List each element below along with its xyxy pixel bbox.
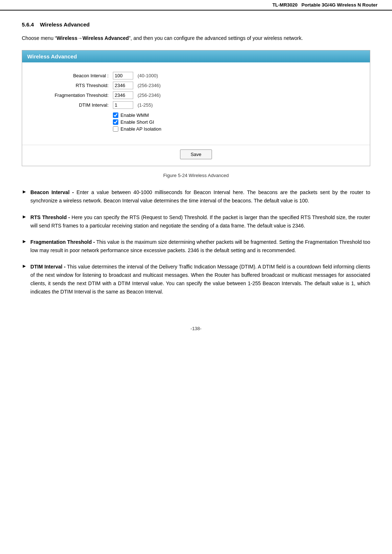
dtim-interval-input[interactable] <box>113 101 133 109</box>
rts-threshold-input[interactable] <box>113 82 133 89</box>
separator-row: Enable WMM Enable Short GI Enable AP Iso… <box>33 111 359 132</box>
rts-threshold-range: (256-2346) <box>138 83 161 88</box>
bullet-term-4: DTIM Interval - <box>30 264 66 270</box>
bullet-list: ► Beacon Interval - Enter a value betwee… <box>22 188 370 296</box>
enable-short-gi-row: Enable Short GI <box>113 119 359 125</box>
bullet-term-2: RTS Threshold - <box>30 214 70 220</box>
wa-box-header-text: Wireless Advanced <box>27 53 77 59</box>
bullet-text-1: Beacon Interval - Enter a value between … <box>30 188 370 205</box>
wa-form: Beacon Interval : (40-1000) RTS Threshol… <box>33 70 359 134</box>
wa-footer: Save <box>22 145 370 166</box>
page-number: -138- <box>0 319 392 335</box>
bullet-term-3: Fragmentation Threshold - <box>30 239 95 245</box>
enable-ap-isolation-label: Enable AP Isolation <box>121 126 162 132</box>
frag-threshold-label: Fragmentation Threshold: <box>33 91 113 99</box>
bullet-arrow-1: ► <box>22 189 27 194</box>
bullet-beacon-interval: ► Beacon Interval - Enter a value betwee… <box>22 188 370 205</box>
beacon-interval-range: (40-1000) <box>138 73 158 78</box>
bullet-arrow-3: ► <box>22 238 27 244</box>
wireless-advanced-box: Wireless Advanced Beacon Interval : (40-… <box>22 50 370 166</box>
bullet-text-4: DTIM Interval - This value determines th… <box>30 263 370 296</box>
page-header: TL-MR3020 Portable 3G/4G Wireless N Rout… <box>0 0 392 11</box>
enable-ap-isolation-checkbox[interactable] <box>113 126 118 132</box>
rts-threshold-label: RTS Threshold: <box>33 82 113 89</box>
frag-threshold-row: Fragmentation Threshold: (256-2346) <box>33 91 359 99</box>
subtitle: Portable 3G/4G Wireless N Router <box>302 2 377 8</box>
intro-paragraph: Choose menu “Wireless→Wireless Advanced”… <box>22 34 370 42</box>
frag-threshold-control: (256-2346) <box>113 91 359 99</box>
frag-threshold-range: (256-2346) <box>138 93 161 98</box>
rts-threshold-control: (256-2346) <box>113 82 359 89</box>
bullet-frag-threshold: ► Fragmentation Threshold - This value i… <box>22 238 370 255</box>
section-heading: 5.6.4 Wireless Advanced <box>22 21 370 28</box>
dtim-interval-control: (1-255) <box>113 101 359 109</box>
enable-short-gi-label: Enable Short GI <box>121 119 154 125</box>
enable-wmm-checkbox[interactable] <box>113 112 118 118</box>
intro-bold: Wireless→Wireless Advanced <box>57 35 129 41</box>
dtim-interval-row: DTIM Interval: (1-255) <box>33 101 359 109</box>
wa-box-body: Beacon Interval : (40-1000) RTS Threshol… <box>22 62 370 143</box>
wa-box-header: Wireless Advanced <box>22 50 370 62</box>
save-button[interactable]: Save <box>180 149 212 159</box>
intro-part1: Choose menu “ <box>22 35 57 41</box>
rts-threshold-row: RTS Threshold: (256-2346) <box>33 82 359 89</box>
beacon-interval-input[interactable] <box>113 72 133 79</box>
enable-wmm-row: Enable WMM <box>113 112 359 118</box>
bullet-rts-threshold: ► RTS Threshold - Here you can specify t… <box>22 213 370 230</box>
section-title: Wireless Advanced <box>40 21 90 28</box>
bullet-arrow-4: ► <box>22 263 27 269</box>
intro-part2: ”, and then you can configure the advanc… <box>129 35 303 41</box>
dtim-interval-label: DTIM Interval: <box>33 101 113 109</box>
section-number: 5.6.4 <box>22 21 34 28</box>
beacon-interval-label: Beacon Interval : <box>33 72 113 79</box>
enable-short-gi-checkbox[interactable] <box>113 119 118 125</box>
figure-caption: Figure 5-24 Wireless Advanced <box>22 173 370 178</box>
main-content: 5.6.4 Wireless Advanced Choose menu “Wir… <box>0 11 392 319</box>
bullet-dtim-interval: ► DTIM Interval - This value determines … <box>22 263 370 296</box>
enable-wmm-label: Enable WMM <box>121 112 149 118</box>
enable-ap-isolation-row: Enable AP Isolation <box>113 126 359 132</box>
dtim-interval-range: (1-255) <box>138 102 153 108</box>
bullet-arrow-2: ► <box>22 214 27 219</box>
frag-threshold-input[interactable] <box>113 91 133 99</box>
bullet-text-3: Fragmentation Threshold - This value is … <box>30 238 370 255</box>
bullet-term-1: Beacon Interval - <box>30 189 74 195</box>
beacon-interval-control: (40-1000) <box>113 72 359 79</box>
bullet-text-2: RTS Threshold - Here you can specify the… <box>30 213 370 230</box>
model-name: TL-MR3020 <box>272 2 297 8</box>
beacon-interval-row: Beacon Interval : (40-1000) <box>33 72 359 79</box>
header-title: TL-MR3020 Portable 3G/4G Wireless N Rout… <box>272 2 377 8</box>
